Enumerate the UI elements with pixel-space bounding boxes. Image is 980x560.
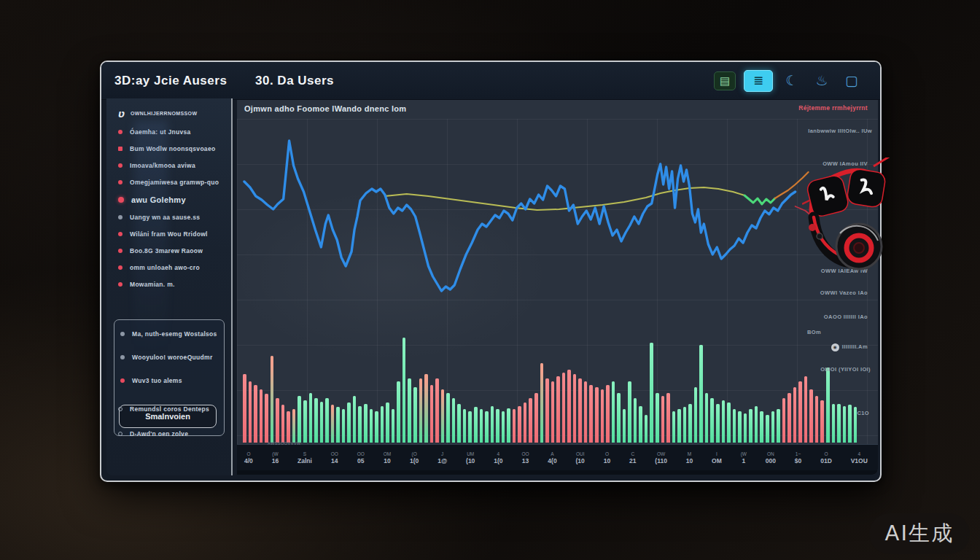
sidebar-item[interactable]: Wuv3 tuo alems bbox=[120, 377, 224, 384]
x-tick-symbol: OO bbox=[357, 451, 365, 456]
right-axis-label: C1O bbox=[857, 410, 869, 416]
x-tick-label: (10 bbox=[576, 457, 585, 464]
chart-title: Ojmwn adho Foomoe lWando dnenc lom bbox=[244, 104, 406, 113]
x-tick-symbol: OO bbox=[331, 451, 338, 456]
x-tick-symbol: S bbox=[303, 451, 306, 456]
sidebar-item[interactable]: Wooyuloo! woroeQuudmr bbox=[120, 354, 224, 361]
right-axis-label: OWW IAmou IIV bbox=[822, 160, 868, 167]
bullet-icon bbox=[120, 332, 125, 336]
sidebar-item-label: Óaemha: ut Jnuvsa bbox=[130, 128, 191, 136]
legend-badge-icon: ◉ bbox=[831, 343, 839, 351]
sidebar-item[interactable]: omm unloaeh awo-cro bbox=[118, 264, 227, 271]
bullet-icon bbox=[118, 407, 122, 411]
x-tick-symbol: C bbox=[631, 451, 634, 456]
bullet-icon bbox=[118, 180, 122, 184]
x-tick-symbol: OW bbox=[657, 451, 665, 456]
panel-icon[interactable]: ▢ bbox=[841, 71, 863, 90]
sidebar-item[interactable]: Óaemha: ut Jnuvsa bbox=[118, 128, 227, 136]
sidebar-item[interactable]: Imoava/kmooa aviwa bbox=[118, 162, 227, 169]
bullet-icon bbox=[118, 147, 122, 151]
sidebar-item[interactable]: Omegjamiwesa gramwp-quo bbox=[118, 179, 227, 186]
x-tick: O4/0 bbox=[244, 447, 253, 469]
x-tick-symbol: UM bbox=[467, 451, 474, 456]
sidebar-item[interactable]: Bum Wodlw noonsqsvoaeo bbox=[118, 145, 227, 152]
sidebar-menu: Óaemha: ut JnuvsaBum Wodlw noonsqsvoaeoI… bbox=[106, 127, 231, 288]
x-tick-label: 4/0 bbox=[244, 457, 253, 464]
titlebar: 3D:ay Jcie Ausers 30. Da Users ▤≣☾♨▢ bbox=[101, 62, 880, 100]
x-tick-label: 14 bbox=[331, 457, 338, 464]
sidebar-item[interactable]: Remundsl coros Denteps bbox=[118, 405, 227, 413]
axis-footnote: AWSSOOVVVW· bbox=[268, 441, 303, 446]
x-tick-label: (110 bbox=[655, 457, 667, 464]
x-tick: O10 bbox=[604, 447, 610, 469]
x-tick-label: 1(0 bbox=[410, 457, 419, 464]
titlebar-toolbar: ▤≣☾♨▢ bbox=[714, 70, 863, 92]
sidebar-item-label: Bum Wodlw noonsqsvoaeo bbox=[130, 145, 215, 152]
sidebar-item-label: omm unloaeh awo-cro bbox=[130, 264, 200, 271]
sidebar-item[interactable]: awu Golehmy bbox=[118, 195, 227, 204]
x-tick: 41(0 bbox=[494, 447, 502, 469]
x-tick-label: 10 bbox=[686, 457, 693, 464]
bullet-icon bbox=[118, 130, 122, 134]
x-tick: 1~$0 bbox=[795, 447, 801, 469]
bullet-icon bbox=[120, 355, 125, 359]
window-bottom-strip bbox=[237, 470, 878, 475]
x-tick: (W1 bbox=[741, 447, 747, 469]
sidebar-item-label: Mowamian. m. bbox=[130, 281, 175, 288]
x-tick-symbol: (W bbox=[741, 451, 747, 456]
x-tick-symbol: OO bbox=[521, 451, 529, 456]
sidebar-footer: Remundsl coros DentepsD-Awd'n oen zolve bbox=[118, 405, 227, 455]
x-tick: J1@ bbox=[438, 447, 447, 469]
sidebar-item[interactable]: D-Awd'n oen zolve bbox=[118, 430, 227, 438]
sidebar-item[interactable]: Uangy wn aa sause.ss bbox=[118, 214, 227, 221]
stats-green-button[interactable]: ▤ bbox=[714, 71, 736, 90]
levels-cyan-button[interactable]: ≣ bbox=[744, 70, 773, 92]
sidebar-item[interactable]: Ma, nuth-esemg Wostalsos bbox=[120, 330, 224, 338]
x-tick: OM10 bbox=[384, 447, 391, 469]
x-tick: O01D bbox=[820, 447, 832, 469]
x-tick-symbol: 1~ bbox=[796, 451, 801, 456]
x-tick: SZalni bbox=[298, 447, 312, 469]
ai-generated-watermark: AI生成 bbox=[869, 513, 970, 554]
chart-header: Ojmwn adho Foomoe lWando dnenc lom Réjte… bbox=[237, 100, 878, 119]
x-tick-symbol: OUI bbox=[576, 451, 585, 456]
window-title: 3D:ay Jcie Ausers bbox=[114, 74, 242, 88]
sidebar-item[interactable]: Boo.8G 3marew Raoow bbox=[118, 247, 227, 254]
bullet-icon bbox=[118, 197, 124, 203]
sidebar-item[interactable]: Wiláni fram Wou Rridowl bbox=[118, 230, 227, 238]
x-tick-label: OM bbox=[712, 457, 722, 464]
moon-icon[interactable]: ☾ bbox=[781, 71, 803, 90]
series-line bbox=[796, 206, 814, 218]
bullet-icon bbox=[118, 432, 122, 436]
sidebar-item-label: Ma, nuth-esemg Wostalsos bbox=[132, 330, 217, 338]
desktop-background: 3D:ay Jcie Ausers 30. Da Users ▤≣☾♨▢ ʋ O… bbox=[0, 0, 980, 560]
chart-alert-label: Réjtemme rrmhejyrrnt bbox=[798, 104, 868, 112]
x-tick-label: Zalni bbox=[298, 457, 312, 464]
sidebar-item-label: Wuv3 tuo alems bbox=[132, 377, 182, 384]
x-tick: OUI(10 bbox=[576, 447, 585, 469]
price-lines bbox=[237, 119, 878, 444]
right-axis-label: OIIIOI (YIIYOI IOI) bbox=[820, 366, 871, 373]
sidebar: ʋ OWNLHIJERRNOMSSOW Óaemha: ut JnuvsaBum… bbox=[106, 98, 233, 475]
x-tick-symbol: (W bbox=[272, 451, 278, 456]
x-tick-symbol: A bbox=[551, 451, 553, 456]
x-tick-label: $0 bbox=[795, 457, 801, 464]
x-tick-label: 13 bbox=[522, 457, 529, 464]
x-tick: OW(110 bbox=[655, 447, 667, 469]
x-tick-symbol: OM bbox=[384, 451, 391, 456]
x-tick-label: 05 bbox=[357, 457, 364, 464]
x-tick-label: 1@ bbox=[438, 457, 447, 464]
x-tick: OO14 bbox=[331, 447, 338, 469]
right-axis-label: ◉IIIIIIII.Am bbox=[831, 343, 868, 351]
bullet-icon bbox=[118, 232, 122, 236]
series-line bbox=[744, 195, 775, 204]
sidebar-item[interactable]: Mowamian. m. bbox=[118, 281, 227, 288]
x-tick-symbol: O bbox=[605, 451, 609, 456]
sidebar-item-label: Imoava/kmooa aviwa bbox=[130, 162, 195, 169]
right-axis-label: OAOO IIIIIII IAo bbox=[824, 314, 868, 320]
x-tick-label: 000 bbox=[766, 457, 776, 464]
right-axis-label: BOm bbox=[807, 329, 821, 335]
sidebar-logo-icon: ʋ bbox=[118, 107, 125, 120]
flame-icon[interactable]: ♨ bbox=[811, 71, 833, 90]
x-tick-label: 4(0 bbox=[548, 457, 556, 464]
